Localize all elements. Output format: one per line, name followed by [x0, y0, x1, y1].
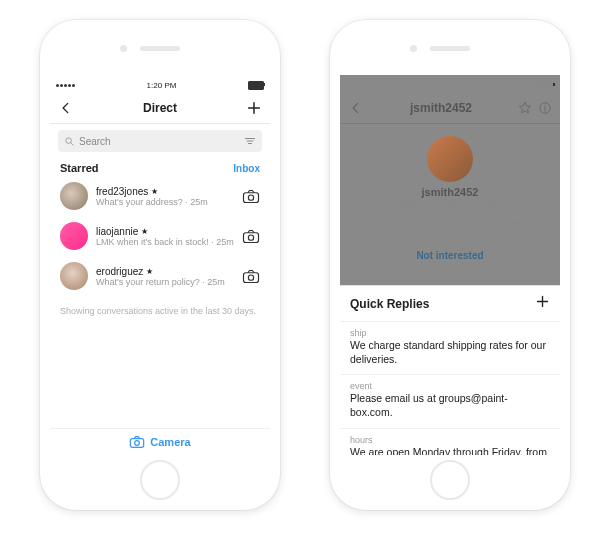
thread-preview: What's your address? — [96, 197, 183, 207]
camera-icon[interactable] — [242, 229, 260, 244]
avatar — [60, 262, 88, 290]
avatar — [427, 136, 473, 182]
status-bar: 9:41 AM — [340, 75, 560, 93]
star-icon[interactable] — [518, 101, 532, 115]
camera-label: Camera — [150, 436, 190, 448]
phone-frame-right: 9:41 AM jsmith2452 × jsmith2452 699 Post… — [330, 20, 570, 510]
thread-time: 25m — [216, 237, 234, 247]
thread-preview: LMK when it's back in stock! — [96, 237, 209, 247]
svg-point-6 — [248, 275, 253, 280]
quick-reply-text: We are open Monday through Friday, from … — [350, 446, 550, 455]
quick-reply-text: We charge standard shipping rates for ou… — [350, 339, 550, 366]
back-button[interactable] — [348, 100, 364, 116]
compose-button[interactable] — [246, 100, 262, 116]
quick-reply-key: hours — [350, 435, 550, 445]
close-button[interactable]: × — [545, 127, 552, 141]
svg-point-2 — [248, 195, 253, 200]
screen-direct: 1:20 PM Direct Search Starred Inbox — [50, 75, 270, 455]
nav-bar: Direct — [50, 93, 270, 124]
camera-icon[interactable] — [242, 269, 260, 284]
info-icon[interactable] — [538, 101, 552, 115]
svg-rect-5 — [244, 272, 259, 282]
quick-reply-item[interactable]: event Please email us at groups@paint-bo… — [340, 375, 560, 428]
status-time: 9:41 AM — [437, 81, 466, 90]
thread-username: liaojannie — [96, 226, 138, 237]
svg-rect-7 — [131, 439, 144, 448]
signal-icon — [56, 84, 75, 87]
screen-quick-replies: 9:41 AM jsmith2452 × jsmith2452 699 Post… — [340, 75, 560, 455]
avatar — [60, 182, 88, 210]
thread-row[interactable]: fred23jones★ What's your address? · 25m — [50, 176, 270, 216]
camera-button[interactable]: Camera — [50, 428, 270, 449]
thread-username: erodriguez — [96, 266, 143, 277]
quick-reply-key: event — [350, 381, 550, 391]
quick-reply-item[interactable]: hours We are open Monday through Friday,… — [340, 429, 560, 455]
phone-frame-left: 1:20 PM Direct Search Starred Inbox — [40, 20, 280, 510]
home-button[interactable] — [430, 460, 470, 500]
profile-card: jsmith2452 699 Posts · 787 Followers jsm… — [340, 124, 560, 269]
camera-icon[interactable] — [242, 189, 260, 204]
star-icon: ★ — [151, 187, 158, 196]
sheet-header: Quick Replies — [340, 286, 560, 322]
thread-row[interactable]: liaojannie★ LMK when it's back in stock!… — [50, 216, 270, 256]
camera-icon — [129, 435, 145, 449]
sheet-title: Quick Replies — [350, 297, 429, 311]
status-time: 1:20 PM — [147, 81, 177, 90]
quick-reply-key: ship — [350, 328, 550, 338]
profile-note: jsmith2452 won't know you've seen their … — [350, 218, 550, 240]
star-icon: ★ — [146, 267, 153, 276]
page-title: jsmith2452 — [410, 101, 472, 115]
section-title: Starred — [60, 162, 99, 174]
home-button[interactable] — [140, 460, 180, 500]
quick-reply-text: Please email us at groups@paint-box.com. — [350, 392, 550, 419]
thread-row[interactable]: erodriguez★ What's your return policy? ·… — [50, 256, 270, 296]
search-input[interactable]: Search — [58, 130, 262, 152]
quick-replies-sheet: Quick Replies ship We charge standard sh… — [340, 285, 560, 455]
quick-reply-item[interactable]: ship We charge standard shipping rates f… — [340, 322, 560, 375]
thread-time: 25m — [207, 277, 225, 287]
thread-username: fred23jones — [96, 186, 148, 197]
back-button[interactable] — [58, 100, 74, 116]
search-placeholder: Search — [79, 136, 111, 147]
inbox-link[interactable]: Inbox — [233, 163, 260, 174]
svg-point-10 — [544, 105, 545, 106]
svg-point-0 — [66, 137, 72, 143]
svg-rect-1 — [244, 192, 259, 202]
svg-point-8 — [135, 441, 140, 446]
status-bar: 1:20 PM — [50, 75, 270, 93]
signal-icon — [346, 84, 365, 87]
star-icon: ★ — [141, 227, 148, 236]
not-interested-button[interactable]: Not interested — [350, 250, 550, 261]
profile-username: jsmith2452 — [350, 186, 550, 198]
svg-point-4 — [248, 235, 253, 240]
add-quick-reply-button[interactable] — [535, 294, 550, 313]
nav-bar: jsmith2452 — [340, 93, 560, 124]
battery-icon — [248, 81, 264, 90]
svg-rect-3 — [244, 232, 259, 242]
avatar — [60, 222, 88, 250]
page-title: Direct — [143, 101, 177, 115]
section-header: Starred Inbox — [50, 158, 270, 176]
battery-icon — [538, 81, 554, 90]
profile-stats: 699 Posts · 787 Followers — [350, 200, 550, 210]
thread-time: 25m — [190, 197, 208, 207]
search-icon — [64, 136, 75, 147]
filter-icon[interactable] — [244, 135, 256, 147]
thread-preview: What's your return policy? — [96, 277, 200, 287]
footnote-text: Showing conversations active in the last… — [50, 296, 270, 326]
